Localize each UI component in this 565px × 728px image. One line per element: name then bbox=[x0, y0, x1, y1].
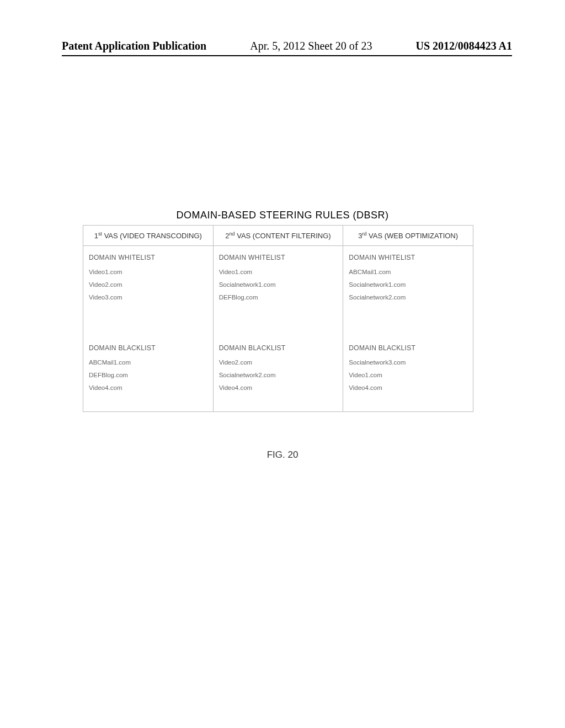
col-ord: st bbox=[98, 231, 102, 237]
list-item: Video2.com bbox=[219, 356, 338, 369]
list-item: Socialnetwork1.com bbox=[349, 279, 467, 291]
list-item: Video4.com bbox=[219, 382, 338, 394]
col-header-1: 1st VAS (VIDEO TRANSCODING) bbox=[83, 226, 214, 246]
cell-vas1: DOMAIN WHITELIST Video1.com Video2.com V… bbox=[83, 246, 214, 412]
dbsr-table: 1st VAS (VIDEO TRANSCODING) 2nd VAS (CON… bbox=[83, 225, 473, 412]
whitelist-domains: ABCMail1.com Socialnetwork1.com Socialne… bbox=[349, 266, 467, 315]
list-item: Video1.com bbox=[219, 266, 338, 279]
whitelist-domains: Video1.com Socialnetwork1.com DEFBlog.co… bbox=[219, 266, 338, 315]
list-item: DEFBlog.com bbox=[89, 369, 207, 382]
col-header-3: 3rd VAS (WEB OPTIMIZATION) bbox=[343, 226, 473, 246]
table-body-row: DOMAIN WHITELIST Video1.com Video2.com V… bbox=[83, 246, 473, 412]
list-item: Socialnetwork2.com bbox=[349, 291, 467, 304]
col-ord: nd bbox=[230, 231, 235, 237]
list-item: Video4.com bbox=[349, 382, 467, 394]
header-rule bbox=[62, 55, 512, 56]
list-item: DEFBlog.com bbox=[219, 291, 338, 304]
table-header-row: 1st VAS (VIDEO TRANSCODING) 2nd VAS (CON… bbox=[83, 226, 473, 246]
list-item: Video4.com bbox=[89, 382, 207, 394]
blacklist-label: DOMAIN BLACKLIST bbox=[89, 344, 207, 352]
figure-caption: FIG. 20 bbox=[0, 449, 565, 461]
list-item: ABCMail1.com bbox=[349, 266, 467, 279]
cell-vas2: DOMAIN WHITELIST Video1.com Socialnetwor… bbox=[213, 246, 343, 412]
header-right: US 2012/0084423 A1 bbox=[416, 40, 512, 52]
whitelist-label: DOMAIN WHITELIST bbox=[89, 254, 207, 261]
header-center: Apr. 5, 2012 Sheet 20 of 23 bbox=[250, 40, 372, 52]
col-label: VAS (WEB OPTIMIZATION) bbox=[366, 232, 458, 240]
col-label: VAS (CONTENT FILTERING) bbox=[235, 232, 331, 240]
blacklist-domains: Socialnetwork3.com Video1.com Video4.com bbox=[349, 356, 467, 406]
list-item: ABCMail1.com bbox=[89, 356, 207, 369]
cell-vas3: DOMAIN WHITELIST ABCMail1.com Socialnetw… bbox=[343, 246, 473, 412]
col-num: 2 bbox=[225, 232, 229, 240]
blacklist-label: DOMAIN BLACKLIST bbox=[349, 344, 467, 352]
col-label: VAS (VIDEO TRANSCODING) bbox=[102, 232, 202, 240]
blacklist-domains: Video2.com Socialnetwork2.com Video4.com bbox=[219, 356, 338, 406]
list-item: Video1.com bbox=[349, 369, 467, 382]
blacklist-label: DOMAIN BLACKLIST bbox=[219, 344, 338, 352]
whitelist-label: DOMAIN WHITELIST bbox=[349, 254, 467, 261]
blacklist-domains: ABCMail1.com DEFBlog.com Video4.com bbox=[89, 356, 207, 406]
list-item: Video2.com bbox=[89, 279, 207, 291]
whitelist-label: DOMAIN WHITELIST bbox=[219, 254, 338, 261]
patent-page: Patent Application Publication Apr. 5, 2… bbox=[0, 0, 565, 728]
list-item: Socialnetwork1.com bbox=[219, 279, 338, 291]
whitelist-domains: Video1.com Video2.com Video3.com bbox=[89, 266, 207, 315]
list-item: Socialnetwork2.com bbox=[219, 369, 338, 382]
col-header-2: 2nd VAS (CONTENT FILTERING) bbox=[213, 226, 343, 246]
col-num: 1 bbox=[94, 232, 98, 240]
header-left: Patent Application Publication bbox=[62, 40, 206, 52]
page-header: Patent Application Publication Apr. 5, 2… bbox=[0, 40, 565, 52]
list-item: Video1.com bbox=[89, 266, 207, 279]
figure-title: DOMAIN-BASED STEERING RULES (DBSR) bbox=[0, 210, 565, 221]
list-item: Socialnetwork3.com bbox=[349, 356, 467, 369]
list-item: Video3.com bbox=[89, 291, 207, 304]
